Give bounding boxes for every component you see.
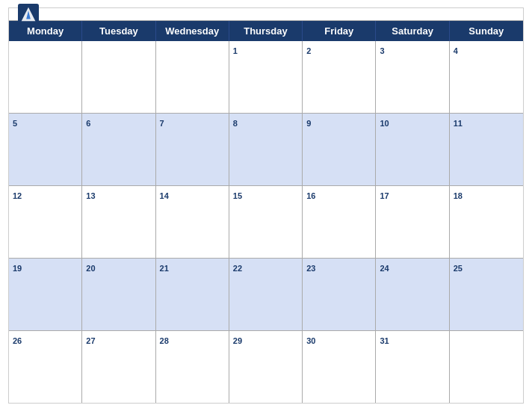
day-number: 16 <box>306 191 315 200</box>
day-cell: 13 <box>82 186 155 258</box>
day-number: 14 <box>160 191 169 200</box>
calendar: MondayTuesdayWednesdayThursdayFridaySatu… <box>8 7 524 404</box>
day-number: 23 <box>306 264 315 273</box>
day-number: 15 <box>233 191 242 200</box>
day-number: 25 <box>454 264 463 273</box>
day-cell: 24 <box>376 259 449 330</box>
logo <box>18 4 42 25</box>
day-number: 21 <box>160 264 169 273</box>
day-cell: 23 <box>303 259 376 330</box>
day-cell: 1 <box>229 41 303 113</box>
day-cell <box>9 41 82 113</box>
day-number: 12 <box>13 191 22 200</box>
day-number: 1 <box>233 46 238 55</box>
day-cell: 6 <box>82 114 155 185</box>
day-header-saturday: Saturday <box>376 21 449 41</box>
day-cell: 4 <box>450 41 523 113</box>
week-row-5: 262728293031 <box>9 331 523 403</box>
day-number: 24 <box>380 264 389 273</box>
week-row-1: 1234 <box>9 41 523 114</box>
day-header-wednesday: Wednesday <box>156 21 229 41</box>
day-cell: 27 <box>82 331 155 403</box>
week-row-4: 19202122232425 <box>9 259 523 331</box>
day-number: 2 <box>306 46 311 55</box>
weeks-container: 1234567891011121314151617181920212223242… <box>9 41 523 403</box>
day-cell: 28 <box>156 331 229 403</box>
day-header-tuesday: Tuesday <box>82 21 155 41</box>
logo-icon <box>18 4 39 25</box>
week-row-2: 567891011 <box>9 114 523 186</box>
day-cell: 7 <box>156 114 229 185</box>
day-cell: 29 <box>229 331 303 403</box>
day-number: 22 <box>233 264 242 273</box>
day-number: 7 <box>160 119 164 128</box>
day-cell: 31 <box>376 331 449 403</box>
day-cell: 9 <box>303 114 376 185</box>
calendar-header <box>9 8 523 20</box>
day-number: 30 <box>306 336 315 345</box>
day-cell: 26 <box>9 331 82 403</box>
day-number: 8 <box>233 119 238 128</box>
day-number: 17 <box>380 191 389 200</box>
day-cell: 20 <box>82 259 155 330</box>
day-number: 13 <box>86 191 95 200</box>
day-cell: 2 <box>303 41 376 113</box>
day-number: 9 <box>306 119 311 128</box>
day-number: 4 <box>454 46 458 55</box>
day-header-sunday: Sunday <box>450 21 523 41</box>
day-header-thursday: Thursday <box>229 21 303 41</box>
day-number: 29 <box>233 336 242 345</box>
day-number: 20 <box>86 264 95 273</box>
day-cell: 3 <box>376 41 449 113</box>
day-cell: 16 <box>303 186 376 258</box>
day-cell <box>82 41 155 113</box>
day-number: 11 <box>454 119 463 128</box>
day-number: 31 <box>380 336 389 345</box>
day-cell: 15 <box>229 186 303 258</box>
day-cell: 19 <box>9 259 82 330</box>
day-header-friday: Friday <box>303 21 376 41</box>
day-number: 18 <box>454 191 463 200</box>
day-number: 3 <box>380 46 384 55</box>
day-headers-row: MondayTuesdayWednesdayThursdayFridaySatu… <box>9 21 523 41</box>
calendar-grid: MondayTuesdayWednesdayThursdayFridaySatu… <box>9 20 523 403</box>
day-number: 6 <box>86 119 90 128</box>
day-cell <box>450 331 523 403</box>
day-cell: 21 <box>156 259 229 330</box>
day-cell: 8 <box>229 114 303 185</box>
week-row-3: 12131415161718 <box>9 186 523 259</box>
day-number: 28 <box>160 336 169 345</box>
day-cell: 18 <box>450 186 523 258</box>
day-cell: 10 <box>376 114 449 185</box>
day-number: 5 <box>13 119 17 128</box>
day-cell: 5 <box>9 114 82 185</box>
day-number: 27 <box>86 336 95 345</box>
day-cell: 22 <box>229 259 303 330</box>
day-cell: 30 <box>303 331 376 403</box>
day-cell <box>156 41 229 113</box>
day-number: 10 <box>380 119 389 128</box>
day-cell: 25 <box>450 259 523 330</box>
day-number: 19 <box>13 264 22 273</box>
day-cell: 11 <box>450 114 523 185</box>
day-number: 26 <box>13 336 22 345</box>
day-cell: 12 <box>9 186 82 258</box>
day-cell: 17 <box>376 186 449 258</box>
day-cell: 14 <box>156 186 229 258</box>
